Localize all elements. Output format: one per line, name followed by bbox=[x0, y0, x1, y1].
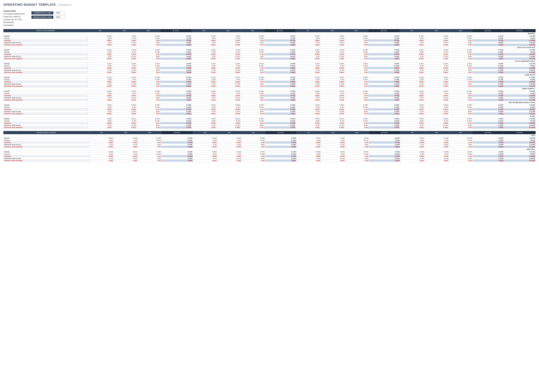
data-row: BUDGET$ 1000$ 1000$ 1000$ 3,000$ 1000$ 1… bbox=[4, 76, 536, 79]
cell-value: $ 100 bbox=[241, 53, 264, 55]
cell-value: $ 3,000 bbox=[160, 63, 192, 65]
cell-value: $ 1000 bbox=[138, 151, 162, 153]
data-row: BUDGET$ 1000$ 1000$ 1000$ 3,000$ 1000$ 1… bbox=[4, 63, 536, 65]
cell-value: $ 1100 bbox=[136, 37, 160, 39]
cell-value: $ 1000 bbox=[138, 137, 162, 139]
cell-value: $ 1000 bbox=[114, 151, 138, 153]
cell-value: $ 1000 bbox=[112, 118, 136, 120]
cell-value: $ 100 bbox=[345, 108, 368, 110]
cell-value: $ 700 bbox=[216, 37, 241, 39]
cell-value: $ 700 bbox=[400, 124, 424, 127]
cell-value: $ 3,000 bbox=[161, 137, 193, 139]
cell-value: $ (500) bbox=[400, 122, 424, 124]
cell-value: $ (1,200) bbox=[504, 160, 536, 162]
cell-value: $ 800 bbox=[448, 42, 472, 44]
cell-value: $ (500) bbox=[297, 155, 321, 157]
cell-value: $ 700 bbox=[192, 97, 216, 99]
cell-value: $ (300) bbox=[265, 160, 297, 162]
cell-value: $ 1100 bbox=[112, 97, 136, 99]
cell-value: $ 500 bbox=[192, 65, 216, 67]
cell-value: $ 1000 bbox=[88, 90, 112, 92]
cell-value: $ (200) bbox=[400, 85, 424, 87]
cell-value: $ 1000 bbox=[297, 151, 321, 153]
data-row: VARIANCE$ (500)$ (300)$ 100$ (700)$ (500… bbox=[4, 122, 536, 124]
col-header-q4-total: Q4 TOTAL bbox=[472, 29, 504, 32]
cell-value: $ (300) bbox=[216, 39, 241, 42]
cell-value: $ 10,400 bbox=[504, 157, 536, 160]
cell-value: $ 1000 bbox=[424, 118, 448, 120]
cell-value: $ 12,000 bbox=[504, 49, 535, 51]
cell-value: $ 2,300 bbox=[472, 139, 504, 142]
cell-value: $ (700) bbox=[265, 142, 297, 144]
cell-value: $ (200) bbox=[89, 160, 114, 162]
cell-value: $ 3,000 bbox=[368, 63, 400, 65]
cell-value: $ 1000 bbox=[241, 63, 264, 65]
cell-value: $ 2,600 bbox=[160, 110, 192, 113]
cell-value: $ 500 bbox=[400, 51, 424, 53]
cell-value: $ 1000 bbox=[88, 49, 112, 51]
cell-value: $ 1000 bbox=[241, 104, 264, 106]
cell-value: $ 1000 bbox=[296, 63, 320, 65]
cell-value: $ 500 bbox=[88, 106, 112, 108]
cell-value: $ 3,000 bbox=[472, 151, 504, 153]
cell-value: $ 1000 bbox=[449, 151, 472, 153]
cell-value: $ 2,300 bbox=[264, 65, 296, 67]
cell-value: $ 700 bbox=[296, 83, 320, 85]
cell-value: $ (400) bbox=[112, 99, 136, 101]
cell-value: $ (700) bbox=[472, 108, 504, 110]
cell-value: $ (300) bbox=[264, 85, 296, 87]
cell-value: $ 3,000 bbox=[472, 63, 504, 65]
cell-value: $ (700) bbox=[264, 94, 296, 97]
cell-value: $ 1100 bbox=[320, 55, 345, 58]
cell-value: $ 1100 bbox=[241, 106, 264, 108]
cell-value: $ 500 bbox=[297, 153, 321, 155]
cell-value: $ 500 bbox=[400, 120, 424, 122]
cell-value: $ 10,400 bbox=[504, 97, 535, 99]
cell-value: $ 100 bbox=[448, 108, 472, 110]
row-label: ACTUAL bbox=[4, 120, 88, 122]
cell-value: $ 2,300 bbox=[472, 65, 504, 67]
cell-value: $ (500) bbox=[400, 53, 424, 55]
cell-value: $ (700) bbox=[368, 122, 400, 124]
cell-value: $ 2,300 bbox=[160, 51, 192, 53]
cell-value: $ (200) bbox=[296, 113, 320, 115]
col-header-nov: NOV bbox=[424, 131, 449, 134]
cell-value: $ (200) bbox=[296, 71, 320, 74]
cell-value: $ 9,200 bbox=[504, 139, 536, 142]
cell-value: $ 2,600 bbox=[368, 97, 400, 99]
cell-value: $ 1100 bbox=[138, 139, 162, 142]
cell-value: $ (400) bbox=[112, 85, 136, 87]
cell-value: $ 1000 bbox=[296, 118, 320, 120]
cell-value: $ 1100 bbox=[424, 55, 448, 58]
cell-value: $ 1000 bbox=[400, 90, 424, 92]
row-label: PREVIOUS YEAR VARIANCE bbox=[4, 113, 88, 115]
cell-value: $ 1000 bbox=[136, 35, 160, 37]
cell-value: $ (500) bbox=[192, 94, 216, 97]
cell-value: $ 800 bbox=[345, 144, 369, 146]
cell-value: $ 300 bbox=[136, 127, 160, 129]
cell-value: $ 700 bbox=[320, 92, 345, 94]
cell-value: $ 1000 bbox=[192, 118, 216, 120]
cell-value: $ (300) bbox=[424, 94, 448, 97]
cell-value: $ 800 bbox=[241, 42, 264, 44]
cell-value: $ (700) bbox=[368, 39, 400, 42]
cell-value: $ (400) bbox=[424, 85, 448, 87]
cell-value: $ 500 bbox=[192, 37, 216, 39]
cell-value: $ 1100 bbox=[345, 51, 368, 53]
cell-value: $ 1100 bbox=[138, 153, 162, 155]
cell-value: $ (200) bbox=[192, 113, 216, 115]
cell-value: $ (500) bbox=[296, 67, 320, 69]
cell-value: $ 3,000 bbox=[472, 118, 504, 120]
cell-value: $ 300 bbox=[241, 58, 264, 60]
cell-value: $ 300 bbox=[448, 85, 472, 87]
cell-value: $ 500 bbox=[400, 153, 424, 155]
cell-value: $ (500) bbox=[88, 122, 112, 124]
data-row: PREVIOUS YEAR VARIANCE$ (200)$ (400)$ 30… bbox=[4, 71, 536, 74]
cell-value: $ 1100 bbox=[136, 65, 160, 67]
cell-value: $ 700 bbox=[297, 157, 321, 160]
col-header-q1-total: Q1 TOTAL bbox=[160, 29, 192, 32]
cell-value: $ 1100 bbox=[448, 92, 472, 94]
cell-value: $ 1000 bbox=[345, 35, 368, 37]
cell-value: $ 1100 bbox=[448, 37, 472, 39]
col-header-feb: FEB bbox=[114, 131, 138, 134]
